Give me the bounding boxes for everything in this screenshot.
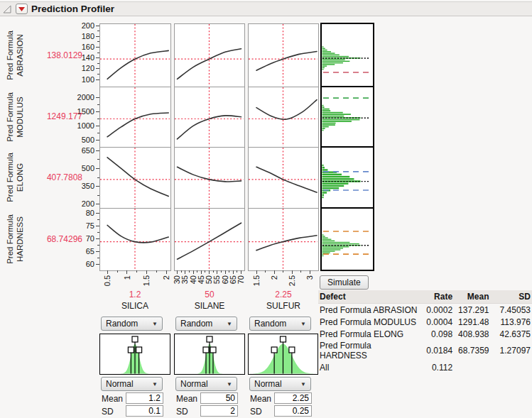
profile-cell-ELONG-SILANE[interactable] [174, 147, 244, 208]
distribution-type-dropdown[interactable]: Normal ▼ [175, 377, 237, 391]
sd-label: SD [102, 407, 114, 417]
svg-text:1000: 1000 [77, 121, 94, 130]
profile-cell-ABRASION-SILICA[interactable] [99, 23, 170, 87]
defect-table-cell: 68.7359 [454, 340, 490, 361]
chevron-down-icon: ▼ [227, 381, 232, 387]
profile-cell-ABRASION-SULFUR[interactable] [248, 23, 318, 87]
prediction-profiler-window: Prediction Profiler 10012014016018020050… [0, 0, 532, 418]
defect-table-cell: 113.976 [491, 316, 532, 328]
response-axis-label-elong: Pred FormulaELONG [1, 147, 29, 208]
factor-name-label: SILANE [174, 301, 245, 311]
svg-text:55: 55 [212, 275, 221, 284]
svg-text:0.5: 0.5 [103, 275, 112, 286]
svg-text:75: 75 [86, 221, 94, 230]
mean-input[interactable] [126, 392, 163, 404]
defect-table-cell [491, 361, 532, 373]
defect-table-cell: All [318, 361, 420, 373]
profile-cell-MODULUS-SULFUR[interactable] [248, 87, 318, 147]
sd-handle[interactable] [289, 347, 295, 353]
sd-input[interactable] [274, 405, 312, 417]
response-axis-label-hardness: Pred FormulaHARDNESS [1, 208, 29, 270]
factor-current-value[interactable]: 1.2 [99, 290, 170, 299]
mean-input[interactable] [274, 392, 312, 404]
mean-handle[interactable] [281, 336, 286, 342]
simulate-button[interactable]: Simulate [320, 275, 369, 290]
svg-text:200: 200 [82, 199, 94, 208]
sd-handle[interactable] [136, 347, 142, 353]
svg-text:65: 65 [229, 275, 237, 284]
svg-text:60: 60 [86, 260, 94, 268]
defect-col-header: Defect [318, 290, 420, 304]
factor-random-dropdown[interactable]: Random ▼ [175, 317, 237, 331]
mean-label: Mean [250, 394, 271, 404]
svg-text:3: 3 [305, 275, 314, 280]
defect-table-cell: 0.098 [420, 328, 454, 340]
x-axis: 1.522.53 [252, 270, 314, 286]
mean-handle[interactable] [132, 336, 138, 342]
profile-cell-MODULUS-SILICA[interactable] [99, 87, 170, 147]
svg-text:1.5: 1.5 [252, 275, 261, 286]
svg-text:650: 650 [82, 146, 94, 155]
factor-name-label: SULFUR [248, 301, 319, 311]
defect-table-cell: 0.112 [420, 361, 454, 373]
defect-col-header: Rate [420, 290, 454, 304]
defect-table-cell: 137.291 [454, 304, 490, 317]
svg-text:50: 50 [205, 275, 213, 284]
svg-text:200: 200 [82, 21, 94, 30]
defect-table-cell: Pred Formula ABRASION [318, 304, 420, 317]
defect-table-row: Pred Formula ABRASION0.0002137.2917.4505… [318, 304, 532, 317]
sd-handle[interactable] [271, 347, 277, 353]
y-axis: 200350500650 [82, 146, 99, 209]
factor-random-dropdown[interactable]: Random ▼ [249, 317, 311, 331]
profile-cell-ELONG-SULFUR[interactable] [248, 147, 318, 208]
simulation-histogram [321, 23, 374, 87]
svg-text:1.5: 1.5 [142, 275, 151, 286]
defect-table-row: Pred Formula MODULUS0.00041291.48113.976 [318, 316, 532, 328]
simulation-histogram [321, 208, 374, 270]
profile-cell-ELONG-SILICA[interactable] [99, 147, 170, 208]
svg-text:2000: 2000 [77, 93, 94, 101]
x-axis: 0.511.52 [103, 270, 170, 286]
factor-current-value[interactable]: 2.25 [248, 290, 319, 299]
profile-cell-ABRASION-SILANE[interactable] [174, 23, 244, 87]
profile-cell-HARDNESS-SILANE[interactable] [174, 208, 244, 270]
mean-handle[interactable] [207, 336, 212, 342]
defect-table-cell: 7.45053 [491, 304, 532, 317]
svg-text:35: 35 [180, 275, 189, 284]
profile-cell-HARDNESS-SULFUR[interactable] [248, 208, 318, 270]
svg-text:30: 30 [173, 275, 181, 284]
mean-input[interactable] [200, 392, 238, 404]
factor-current-value[interactable]: 50 [174, 290, 245, 299]
factor-distribution-plot[interactable] [248, 334, 318, 375]
svg-text:45: 45 [197, 275, 205, 284]
sd-input[interactable] [126, 405, 163, 417]
defect-table-cell: Pred Formula MODULUS [318, 316, 420, 328]
sd-handle[interactable] [203, 347, 209, 353]
sd-label: SD [250, 407, 262, 417]
defect-table-cell: 0.0002 [420, 304, 454, 317]
defect-table-cell: 408.938 [454, 328, 490, 340]
svg-text:70: 70 [237, 275, 245, 284]
factor-random-dropdown[interactable]: Random ▼ [101, 317, 163, 331]
factor-distribution-plot[interactable] [174, 334, 245, 375]
x-axis: 303540455055606570 [173, 270, 245, 284]
profile-cell-HARDNESS-SILICA[interactable] [99, 208, 170, 270]
sd-input[interactable] [200, 405, 238, 417]
profile-cell-MODULUS-SILANE[interactable] [174, 87, 244, 147]
sd-handle[interactable] [128, 347, 134, 353]
chevron-down-icon: ▼ [300, 321, 306, 327]
svg-text:1: 1 [123, 275, 131, 280]
response-current-value: 138.0129 [34, 50, 82, 60]
distribution-type-dropdown[interactable]: Normal ▼ [101, 377, 163, 391]
defect-table-row: All0.112 [318, 361, 532, 373]
svg-text:80: 80 [86, 209, 94, 217]
y-axis: 100120140160180200 [82, 21, 99, 84]
defect-table-cell: 0.0004 [420, 316, 454, 328]
svg-text:65: 65 [86, 247, 94, 255]
distribution-type-dropdown[interactable]: Normal ▼ [249, 377, 311, 391]
defect-table-cell: 0.0184 [420, 340, 454, 361]
y-axis: 6065707580 [86, 209, 99, 268]
factor-distribution-plot[interactable] [99, 334, 170, 375]
sd-handle[interactable] [210, 347, 216, 353]
defect-table-cell [454, 361, 490, 373]
